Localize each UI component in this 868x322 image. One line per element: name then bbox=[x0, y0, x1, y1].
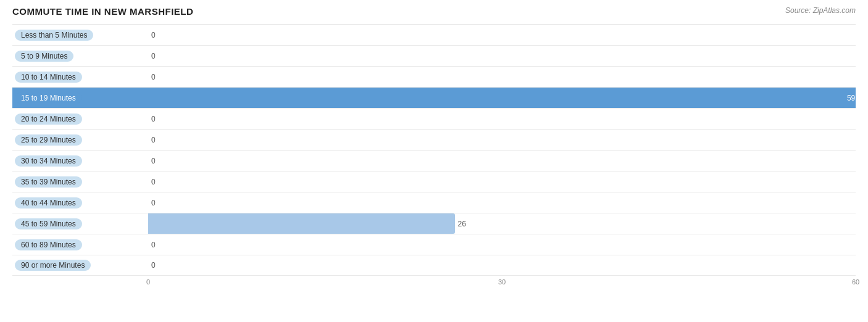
bar-row: 90 or more Minutes0 bbox=[12, 255, 856, 276]
axis-tick: 30 bbox=[498, 278, 506, 286]
bar-track: 0 bbox=[148, 46, 856, 66]
bar-container: 0 bbox=[148, 25, 856, 45]
bar-container: 0 bbox=[148, 151, 856, 171]
bar-value: 0 bbox=[151, 178, 156, 186]
bar-container: 0 bbox=[148, 192, 856, 213]
bar-label-cell: 20 to 24 Minutes bbox=[12, 112, 148, 126]
bar-container: 0 bbox=[148, 255, 856, 275]
chart-source: Source: ZipAtlas.com bbox=[785, 6, 856, 15]
bar-container: 0 bbox=[148, 46, 856, 66]
bar-track: 0 bbox=[148, 171, 856, 192]
bar-value: 0 bbox=[151, 199, 156, 207]
bar-container: 0 bbox=[148, 109, 856, 129]
bar-label-pill: 30 to 34 Minutes bbox=[15, 155, 82, 167]
bar-value: 0 bbox=[151, 157, 156, 165]
bar-row: 5 to 9 Minutes0 bbox=[12, 45, 856, 66]
bar-container: 0 bbox=[148, 130, 856, 150]
bar-label-cell: 35 to 39 Minutes bbox=[12, 175, 148, 189]
bar-row: Less than 5 Minutes0 bbox=[12, 24, 856, 45]
bar-label-cell: 5 to 9 Minutes bbox=[12, 49, 148, 63]
bar-row: 45 to 59 Minutes26 bbox=[12, 213, 856, 234]
bar-label-cell: 25 to 29 Minutes bbox=[12, 133, 148, 147]
bar-container: 0 bbox=[148, 67, 856, 87]
axis-tick: 60 bbox=[852, 278, 859, 286]
bar-label-cell: 30 to 34 Minutes bbox=[12, 154, 148, 168]
bar-track: 0 bbox=[148, 192, 856, 213]
bar-track: 0 bbox=[148, 151, 856, 171]
bar-label-pill: 25 to 29 Minutes bbox=[15, 134, 82, 146]
bar-value: 0 bbox=[151, 31, 156, 39]
bar-track: 0 bbox=[148, 130, 856, 150]
bar-container: 0 bbox=[148, 171, 856, 192]
bar-row: 40 to 44 Minutes0 bbox=[12, 192, 856, 213]
bar-track: 0 bbox=[148, 109, 856, 129]
bar-label-cell: Less than 5 Minutes bbox=[12, 28, 148, 42]
bar-row: 35 to 39 Minutes0 bbox=[12, 171, 856, 192]
bar-value: 0 bbox=[151, 115, 156, 123]
bar-label-pill: 15 to 19 Minutes bbox=[15, 93, 82, 104]
axis-tick: 0 bbox=[146, 278, 150, 286]
bar-container: 0 bbox=[148, 234, 856, 255]
bar-value: 0 bbox=[151, 73, 156, 81]
bar-container: 26 bbox=[148, 213, 856, 234]
bar-value: 0 bbox=[151, 52, 156, 60]
bar-track: 26 bbox=[148, 213, 856, 234]
bar-fill bbox=[148, 88, 844, 108]
bar-label-cell: 40 to 44 Minutes bbox=[12, 196, 148, 210]
bar-label-cell: 15 to 19 Minutes bbox=[12, 91, 148, 105]
bar-label-pill: 35 to 39 Minutes bbox=[15, 176, 82, 188]
bar-value: 59 bbox=[847, 94, 855, 102]
bar-label-cell: 10 to 14 Minutes bbox=[12, 70, 148, 84]
bar-label-pill: 60 to 89 Minutes bbox=[15, 239, 82, 250]
bar-track: 0 bbox=[148, 255, 856, 275]
bar-row: 10 to 14 Minutes0 bbox=[12, 66, 856, 87]
bar-label-cell: 45 to 59 Minutes bbox=[12, 217, 148, 231]
bar-label-pill: 10 to 14 Minutes bbox=[15, 72, 82, 83]
bar-row: 15 to 19 Minutes59 bbox=[12, 87, 856, 108]
bar-row: 25 to 29 Minutes0 bbox=[12, 129, 856, 150]
bar-label-pill: 20 to 24 Minutes bbox=[15, 114, 82, 125]
bar-track: 59 bbox=[148, 88, 856, 108]
bar-label-pill: 90 or more Minutes bbox=[15, 260, 91, 271]
axis-ticks: 03060 bbox=[148, 278, 856, 291]
bar-fill bbox=[148, 213, 455, 234]
bar-track: 0 bbox=[148, 25, 856, 45]
axis-row: 03060 bbox=[12, 278, 856, 291]
bar-row: 60 to 89 Minutes0 bbox=[12, 234, 856, 255]
bar-value: 0 bbox=[151, 261, 156, 270]
bar-label-cell: 60 to 89 Minutes bbox=[12, 238, 148, 252]
bar-value: 0 bbox=[151, 241, 156, 249]
bar-track: 0 bbox=[148, 67, 856, 87]
bar-label-pill: 45 to 59 Minutes bbox=[15, 218, 82, 229]
bar-label-cell: 90 or more Minutes bbox=[12, 258, 148, 272]
bar-container: 59 bbox=[148, 88, 856, 108]
bar-value: 26 bbox=[458, 220, 466, 228]
bar-value: 0 bbox=[151, 136, 156, 144]
bar-track: 0 bbox=[148, 234, 856, 255]
bar-label-pill: Less than 5 Minutes bbox=[15, 30, 93, 41]
chart-area: Less than 5 Minutes05 to 9 Minutes010 to… bbox=[12, 24, 856, 276]
bar-row: 20 to 24 Minutes0 bbox=[12, 108, 856, 129]
chart-title: COMMUTE TIME IN NEW MARSHFIELD bbox=[12, 6, 193, 17]
bar-row: 30 to 34 Minutes0 bbox=[12, 150, 856, 171]
bar-label-pill: 40 to 44 Minutes bbox=[15, 197, 82, 208]
bar-label-pill: 5 to 9 Minutes bbox=[15, 51, 73, 62]
